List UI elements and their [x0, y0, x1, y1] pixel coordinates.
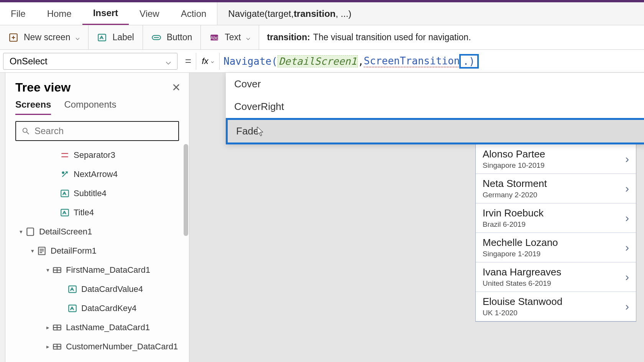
tree-node[interactable]: ▸CustomerNumber_DataCard1: [5, 337, 189, 356]
sep-icon: [60, 150, 70, 160]
gallery-item-subtitle: Brazil 6-2019: [483, 220, 544, 229]
tree-node[interactable]: Separator3: [5, 146, 189, 165]
tab-screens[interactable]: Screens: [15, 99, 51, 115]
gallery-item-subtitle: United States 6-2019: [483, 279, 561, 288]
label-icon: [60, 188, 70, 198]
formula-fn: Navigate: [223, 56, 271, 67]
insert-text-button[interactable]: Abc Text ⌵: [201, 25, 259, 49]
gallery-item[interactable]: Neta StormentGermany 2-2020›: [476, 174, 636, 203]
gallery-item-name: Mechelle Lozano: [483, 237, 558, 249]
tree-node[interactable]: NextArrow4: [5, 165, 189, 184]
tree-node[interactable]: ▾FirstName_DataCard1: [5, 260, 189, 280]
gallery-item[interactable]: Alonso ParteeSingapore 10-2019›: [476, 144, 636, 174]
menu-action[interactable]: Action: [170, 2, 217, 25]
label-icon: [67, 284, 77, 294]
tree-node[interactable]: ▾DetailForm1: [5, 241, 189, 260]
expand-toggle-icon[interactable]: ▾: [17, 228, 25, 235]
tree-view-title: Tree view: [15, 80, 71, 95]
svg-line-9: [27, 132, 29, 134]
tree-node[interactable]: DataCardValue4: [5, 280, 189, 299]
expand-toggle-icon[interactable]: ▸: [44, 324, 52, 331]
button-icon: [151, 33, 161, 43]
formula-arg1: DetailScreen1: [278, 55, 358, 67]
tree-node-label: LastName_DataCard1: [66, 323, 150, 333]
chevron-down-icon: ⌵: [166, 56, 171, 67]
intellisense-item[interactable]: Fade: [226, 118, 644, 144]
gallery-item[interactable]: Mechelle LozanoSingapore 1-2019›: [476, 233, 636, 262]
label-icon: [97, 33, 107, 43]
formula-input[interactable]: Navigate(DetailScreen1, ScreenTransition…: [220, 53, 644, 70]
formula-comma: ,: [358, 56, 364, 67]
svg-rect-15: [27, 228, 33, 236]
tree-node-label: NextArrow4: [74, 169, 118, 179]
formula-bar: OnSelect ⌵ = fx ⌵ Navigate(DetailScreen1…: [0, 50, 644, 73]
insert-button-button[interactable]: Button: [143, 25, 201, 49]
tree-node[interactable]: ▾DetailScreen1: [5, 222, 189, 241]
chevron-right-icon[interactable]: ›: [625, 270, 629, 283]
param-tooltip-name: transition:: [267, 32, 310, 43]
expand-toggle-icon[interactable]: ▸: [44, 343, 52, 350]
left-rail[interactable]: [0, 73, 5, 362]
svg-point-8: [23, 128, 27, 133]
tree-node[interactable]: Title4: [5, 203, 189, 222]
tree-node-label: DetailScreen1: [39, 227, 92, 237]
menu-file[interactable]: File: [0, 2, 36, 25]
label-icon: [60, 208, 70, 218]
gallery-item-name: Elouise Stanwood: [483, 296, 562, 308]
close-icon[interactable]: ✕: [172, 81, 181, 94]
intellisense-dropdown: CoverCoverRightFade: [226, 73, 644, 144]
gallery-item[interactable]: Ivana HargreavesUnited States 6-2019›: [476, 262, 636, 292]
expand-toggle-icon[interactable]: ▾: [28, 247, 37, 254]
tree-node[interactable]: DataCardKey4: [5, 299, 189, 318]
new-screen-label: New screen: [24, 32, 70, 43]
scrollbar[interactable]: [184, 144, 188, 236]
tree-node-label: DataCardValue4: [81, 284, 143, 294]
tree-node[interactable]: ▸LastName_DataCard1: [5, 318, 189, 337]
formula-caret-highlight: .): [459, 54, 479, 69]
svg-rect-5: [154, 37, 159, 38]
gallery-item-subtitle: Germany 2-2020: [483, 191, 547, 199]
gallery-item-subtitle: Singapore 1-2019: [483, 250, 558, 258]
chevron-right-icon[interactable]: ›: [625, 152, 629, 165]
gallery-item-subtitle: Singapore 10-2019: [483, 161, 545, 170]
chevron-down-icon: ⌵: [246, 33, 250, 42]
gallery-item-name: Ivana Hargreaves: [483, 266, 561, 278]
form-icon: [37, 246, 47, 256]
svg-text:Abc: Abc: [210, 35, 219, 41]
gallery-item-name: Neta Storment: [483, 178, 547, 190]
tree-node-label: Separator3: [74, 150, 115, 160]
expand-toggle-icon[interactable]: ▾: [44, 267, 52, 274]
fx-button[interactable]: fx ⌵: [196, 53, 220, 70]
intellisense-item[interactable]: CoverRight: [226, 95, 644, 118]
tree-node[interactable]: Subtitle4: [5, 184, 189, 203]
new-screen-button[interactable]: New screen ⌵: [0, 25, 89, 49]
tree-search[interactable]: [15, 121, 179, 141]
gallery-item[interactable]: Irvin RoebuckBrazil 6-2019›: [476, 203, 636, 233]
intellisense-item[interactable]: Cover: [226, 73, 644, 95]
chevron-right-icon[interactable]: ›: [625, 182, 629, 195]
tree-search-input[interactable]: [34, 126, 173, 136]
signature-current-param: transition: [294, 8, 335, 19]
insert-label-button[interactable]: Label: [89, 25, 143, 49]
ribbon: New screen ⌵ Label Button Abc Text ⌵ tra…: [0, 25, 644, 50]
chevron-right-icon[interactable]: ›: [625, 300, 629, 313]
menu-view[interactable]: View: [129, 2, 170, 25]
tree-node-label: Title4: [74, 208, 94, 218]
canvas[interactable]: CoverCoverRightFade Search items Beau Sp…: [189, 73, 644, 362]
tab-components[interactable]: Components: [64, 99, 116, 115]
chevron-right-icon[interactable]: ›: [625, 211, 629, 224]
chevron-right-icon[interactable]: ›: [625, 241, 629, 254]
tree-node-label: DataCardKey4: [81, 303, 136, 313]
chevron-down-icon: ⌵: [76, 33, 80, 42]
property-dropdown[interactable]: OnSelect ⌵: [3, 53, 177, 70]
gallery-item[interactable]: Elouise StanwoodUK 1-2020›: [476, 292, 636, 321]
param-tooltip-desc: The visual transition used for navigatio…: [313, 32, 471, 43]
insert-label-text: Label: [112, 32, 134, 43]
svg-point-12: [62, 171, 64, 174]
tree-node-label: Subtitle4: [74, 188, 107, 198]
signature-suffix: , ...): [335, 8, 351, 19]
menu-home[interactable]: Home: [36, 2, 82, 25]
card-icon: [52, 265, 62, 275]
menu-insert[interactable]: Insert: [82, 2, 129, 25]
formula-tail: .): [463, 56, 475, 67]
